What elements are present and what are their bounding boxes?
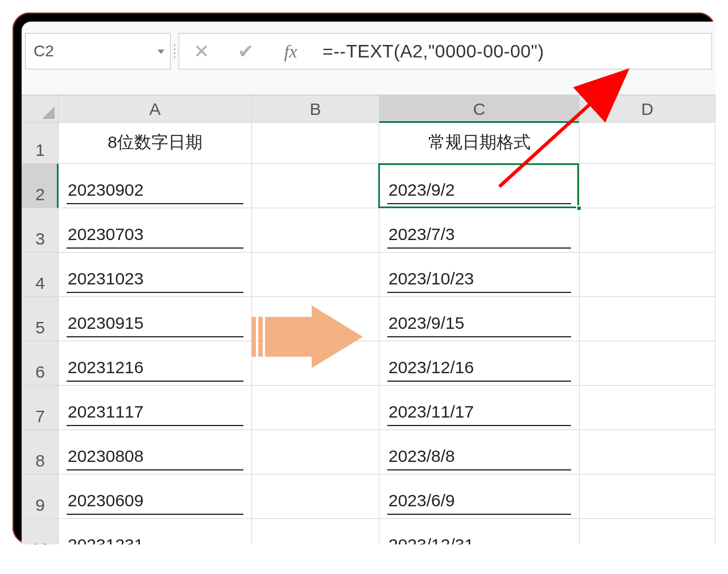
x-icon: ✕ <box>193 40 209 63</box>
cell-value: 20230808 <box>67 444 243 470</box>
cell[interactable]: 20230808 <box>59 430 252 474</box>
cell[interactable]: 2023/6/9 <box>379 474 580 519</box>
cell[interactable]: 20230609 <box>59 474 252 519</box>
cell[interactable] <box>580 474 715 519</box>
formula-text: =--TEXT(A2,"0000-00-00") <box>322 41 544 62</box>
fx-icon: fx <box>284 41 297 62</box>
cell[interactable] <box>580 208 715 253</box>
formula-cancel-button[interactable]: ✕ <box>179 34 224 69</box>
cell[interactable] <box>580 253 715 297</box>
cell[interactable] <box>252 386 379 430</box>
cell[interactable]: 20230915 <box>59 297 252 341</box>
fill-handle[interactable] <box>576 205 582 211</box>
cell-value: 20230915 <box>67 311 243 337</box>
cell[interactable]: 2023/8/8 <box>379 430 580 474</box>
row-number-label: 8 <box>35 451 45 470</box>
row-header[interactable]: 6 <box>22 341 59 386</box>
col-header-a[interactable]: A <box>59 96 252 123</box>
row-number-label: 10 <box>31 540 49 544</box>
cell[interactable] <box>580 297 715 341</box>
formula-confirm-button[interactable]: ✔ <box>224 34 268 69</box>
cell[interactable] <box>252 164 379 208</box>
col-header-label: A <box>149 100 160 118</box>
cell[interactable]: 20231216 <box>59 341 252 386</box>
check-icon: ✔ <box>238 40 254 63</box>
formula-bar-grip[interactable] <box>171 33 179 69</box>
worksheet-area: A B C D 1 8位数字日期 常规日期格式 2 20230902 2023/ <box>22 94 715 544</box>
col-header-label: C <box>473 100 486 118</box>
cell[interactable]: 常规日期格式 <box>379 123 580 164</box>
row-number-label: 1 <box>35 141 45 159</box>
name-box[interactable]: C2 <box>25 33 171 69</box>
cell-value: 20231117 <box>67 400 243 426</box>
spreadsheet-grid[interactable]: A B C D 1 8位数字日期 常规日期格式 2 20230902 2023/ <box>22 95 715 544</box>
cell-value: 2023/9/2 <box>387 178 571 204</box>
col-header-label: B <box>309 100 321 118</box>
row-header[interactable]: 5 <box>22 297 59 341</box>
active-cell[interactable]: 2023/9/2 <box>379 164 580 208</box>
row-header[interactable]: 1 <box>22 123 59 164</box>
cell-value: 2023/12/16 <box>387 356 571 382</box>
row-header[interactable]: 9 <box>22 474 59 519</box>
cell-value: 2023/12/31 <box>387 533 571 544</box>
cell[interactable] <box>252 123 379 164</box>
cell[interactable] <box>580 123 715 164</box>
cell[interactable]: 20230902 <box>59 164 252 208</box>
cell[interactable] <box>580 430 715 474</box>
cell[interactable]: 2023/9/15 <box>379 297 580 341</box>
row-header[interactable]: 4 <box>22 253 59 297</box>
cell[interactable]: 20231231 <box>59 519 252 545</box>
cell[interactable] <box>252 341 379 386</box>
row-header[interactable]: 3 <box>22 208 59 253</box>
cell[interactable]: 8位数字日期 <box>59 123 252 164</box>
cell-value: 20231216 <box>67 356 243 382</box>
select-all-corner[interactable] <box>22 96 59 123</box>
decorative-frame: C2 ✕ ✔ fx =--TEXT(A2,"0000-00-00") <box>13 13 715 544</box>
dropdown-caret-icon[interactable] <box>158 49 164 54</box>
row-number-label: 6 <box>35 362 45 381</box>
col-header-c[interactable]: C <box>379 96 580 123</box>
cell-value: 20230609 <box>67 489 243 515</box>
cell[interactable] <box>252 253 379 297</box>
cell[interactable] <box>580 386 715 430</box>
cell[interactable]: 20230703 <box>59 208 252 253</box>
cell-value: 8位数字日期 <box>67 129 243 158</box>
cell-value: 常规日期格式 <box>387 129 571 158</box>
row-header[interactable]: 2 <box>22 164 59 208</box>
cell[interactable]: 2023/11/17 <box>379 386 580 430</box>
row-header[interactable]: 10 <box>22 519 59 545</box>
cell[interactable]: 20231117 <box>59 386 252 430</box>
name-box-value: C2 <box>34 42 54 60</box>
cell[interactable]: 2023/12/31 <box>379 519 580 545</box>
cell-value: 20231231 <box>67 533 243 544</box>
cell-value: 20230703 <box>67 222 243 249</box>
row-header[interactable]: 7 <box>22 386 59 430</box>
cell[interactable] <box>252 208 379 253</box>
col-header-d[interactable]: D <box>580 96 715 123</box>
excel-window: C2 ✕ ✔ fx =--TEXT(A2,"0000-00-00") <box>22 22 715 544</box>
cell[interactable] <box>580 341 715 386</box>
cell[interactable] <box>580 519 715 545</box>
cell[interactable]: 20231023 <box>59 253 252 297</box>
row-number-label: 5 <box>35 318 45 337</box>
cell-value: 20231023 <box>67 267 243 293</box>
col-header-b[interactable]: B <box>252 96 379 123</box>
cell[interactable]: 2023/10/23 <box>379 253 580 297</box>
row-header[interactable]: 8 <box>22 430 59 474</box>
cell[interactable] <box>252 474 379 519</box>
cell-value: 2023/10/23 <box>387 267 571 293</box>
row-number-label: 2 <box>35 185 45 204</box>
cell[interactable]: 2023/7/3 <box>379 208 580 253</box>
cell[interactable] <box>252 430 379 474</box>
cell-value: 2023/11/17 <box>387 400 571 426</box>
cell[interactable]: 2023/12/16 <box>379 341 580 386</box>
cell-value: 2023/8/8 <box>387 444 571 470</box>
cell[interactable] <box>252 519 379 545</box>
cell-value: 2023/7/3 <box>387 222 571 249</box>
formula-input[interactable]: =--TEXT(A2,"0000-00-00") <box>313 33 712 69</box>
cell[interactable] <box>580 164 715 208</box>
formula-bar: C2 ✕ ✔ fx =--TEXT(A2,"0000-00-00") <box>22 33 715 69</box>
cell[interactable] <box>252 297 379 341</box>
row-number-label: 3 <box>35 229 45 248</box>
insert-function-button[interactable]: fx <box>268 34 313 69</box>
